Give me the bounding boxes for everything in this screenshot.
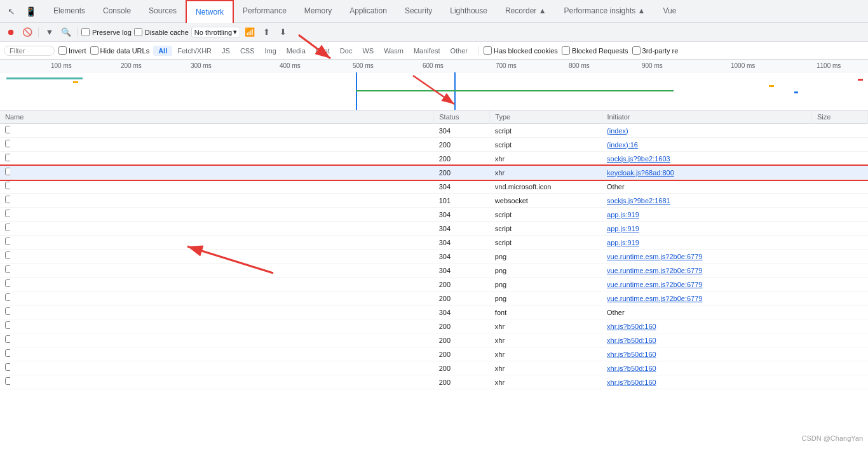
table-row[interactable]: XHRbatch_create_task_error200xhrxhr.js?b… [0, 347, 868, 361]
row-initiator[interactable]: sockjs.js?9be2:1681 [602, 194, 811, 208]
preserve-log-checkbox[interactable] [81, 28, 90, 36]
row-checkbox[interactable] [5, 349, 10, 357]
initiator-link[interactable]: vue.runtime.esm.js?2b0e:6779 [607, 281, 702, 288]
filter-type-css[interactable]: CSS [235, 46, 260, 56]
third-party-label[interactable]: 3rd-party re [632, 46, 679, 55]
table-row[interactable]: data:image/png;base...200pngvue.runtime.… [0, 278, 868, 292]
tab-lighthouse[interactable]: Lighthouse [441, 0, 496, 23]
initiator-link[interactable]: app.js:919 [607, 239, 639, 246]
stop-button[interactable]: 🚫 [20, 25, 34, 39]
row-checkbox[interactable] [5, 182, 10, 189]
row-initiator[interactable]: sockjs.js?9be2:1603 [602, 152, 811, 166]
cursor-icon[interactable]: ↖ [3, 3, 20, 20]
row-checkbox[interactable] [5, 126, 10, 133]
initiator-link[interactable]: xhr.js?b50d:160 [607, 323, 656, 330]
filter-type-font[interactable]: Font [311, 46, 335, 56]
row-initiator[interactable]: vue.runtime.esm.js?2b0e:6779 [602, 278, 811, 292]
tab-network[interactable]: Network [186, 0, 234, 23]
tab-security[interactable]: Security [396, 0, 441, 23]
invert-checkbox[interactable] [58, 46, 67, 55]
wifi-icon[interactable]: 📶 [243, 25, 257, 39]
has-blocked-cookies-checkbox[interactable] [484, 46, 492, 55]
row-initiator[interactable]: xhr.js?b50d:160 [602, 361, 811, 375]
tab-application[interactable]: Application [341, 0, 396, 23]
filter-type-fetch[interactable]: Fetch/XHR [172, 46, 217, 56]
table-row[interactable]: JSsetting.js?t=1680617059577200script(in… [0, 138, 868, 152]
table-row[interactable]: JS8.js304scriptapp.js:919 [0, 208, 868, 222]
header-status[interactable]: Status [434, 111, 490, 124]
initiator-link[interactable]: vue.runtime.esm.js?2b0e:6779 [607, 267, 702, 274]
table-row[interactable]: WSwebsocket101websocketsockjs.js?9be2:16… [0, 194, 868, 208]
disable-cache-label[interactable]: Disable cache [134, 28, 189, 36]
initiator-link[interactable]: app.js:919 [607, 225, 639, 232]
initiator-link[interactable]: sockjs.js?9be2:1603 [607, 155, 670, 163]
filter-input[interactable] [4, 46, 55, 56]
table-row[interactable]: JS1.js304scriptapp.js:919 [0, 222, 868, 236]
preserve-log-label[interactable]: Preserve log [81, 28, 132, 36]
filter-type-js[interactable]: JS [217, 46, 235, 56]
row-checkbox[interactable] [5, 377, 10, 385]
table-row[interactable]: Felement-icons.535877f5.woff304fontOther [0, 305, 868, 319]
row-checkbox[interactable] [5, 224, 10, 231]
header-initiator[interactable]: Initiator [602, 111, 811, 124]
initiator-link[interactable]: app.js:919 [607, 211, 639, 218]
row-initiator[interactable]: vue.runtime.esm.js?2b0e:6779 [602, 292, 811, 305]
tab-recorder[interactable]: Recorder ▲ [496, 0, 555, 23]
row-checkbox[interactable] [5, 363, 10, 371]
row-checkbox[interactable] [5, 210, 10, 217]
has-blocked-cookies-label[interactable]: Has blocked cookies [484, 46, 558, 55]
initiator-link[interactable]: keycloak.js?68ad:800 [607, 169, 674, 177]
invert-label[interactable]: Invert [58, 46, 86, 55]
header-name[interactable]: Name [0, 111, 434, 124]
disable-cache-checkbox[interactable] [134, 28, 142, 36]
row-initiator[interactable]: vue.runtime.esm.js?2b0e:6779 [602, 264, 811, 278]
third-party-checkbox[interactable] [632, 46, 641, 55]
table-row[interactable]: XHRall_tags200xhrxhr.js?b50d:160 [0, 361, 868, 375]
tab-sources[interactable]: Sources [140, 0, 186, 23]
row-checkbox[interactable] [5, 251, 10, 259]
row-initiator[interactable]: keycloak.js?68ad:800 [602, 166, 811, 180]
header-size[interactable]: Size [811, 111, 867, 124]
tab-perf-insights[interactable]: Performance insights ▲ [555, 0, 654, 23]
tab-elements[interactable]: Elements [44, 0, 94, 23]
row-checkbox[interactable] [5, 293, 10, 301]
filter-type-img[interactable]: Img [260, 46, 281, 56]
table-row[interactable]: JS5.js304scriptapp.js:919 [0, 236, 868, 250]
initiator-link[interactable]: sockjs.js?9be2:1681 [607, 197, 670, 205]
download-icon[interactable]: ⬇ [276, 25, 290, 39]
initiator-link[interactable]: (index) [607, 127, 628, 135]
table-scroll[interactable]: Name Status Type Initiator Size [0, 111, 868, 456]
tab-performance[interactable]: Performance [234, 0, 295, 23]
device-icon[interactable]: 📱 [22, 3, 39, 20]
row-checkbox[interactable] [5, 154, 10, 161]
row-checkbox[interactable] [5, 321, 10, 329]
row-checkbox[interactable] [5, 196, 10, 203]
filter-type-manifest[interactable]: Manifest [409, 46, 445, 56]
row-initiator[interactable]: (index) [602, 124, 811, 138]
initiator-link[interactable]: xhr.js?b50d:160 [607, 365, 656, 372]
record-button[interactable]: ⏺ [4, 25, 18, 39]
upload-icon[interactable]: ⬆ [259, 25, 273, 39]
row-checkbox[interactable] [5, 335, 10, 343]
table-row[interactable]: XHRtoken200xhrkeycloak.js?68ad:800 [0, 166, 868, 180]
initiator-link[interactable]: xhr.js?b50d:160 [607, 337, 656, 344]
initiator-link[interactable]: xhr.js?b50d:160 [607, 379, 656, 386]
row-checkbox[interactable] [5, 279, 10, 287]
hide-data-urls-checkbox[interactable] [90, 46, 98, 55]
table-row[interactable]: momenta-logo.7f328120.png304pngvue.runti… [0, 250, 868, 264]
blocked-requests-checkbox[interactable] [562, 46, 570, 55]
table-row[interactable]: Ifavicon.ico304vnd.microsoft.iconOther [0, 180, 868, 194]
table-row[interactable]: XHRinfo?t=1680617060060200xhrsockjs.js?9… [0, 152, 868, 166]
filter-type-all[interactable]: All [153, 46, 172, 56]
filter-type-other[interactable]: Other [445, 46, 473, 56]
timeline-chart[interactable] [0, 72, 868, 111]
throttle-dropdown[interactable]: No throttling ▾ [191, 27, 240, 37]
filter-type-wasm[interactable]: Wasm [379, 46, 409, 56]
row-initiator[interactable]: app.js:919 [602, 236, 811, 250]
table-row[interactable]: data:image/png;base...200pngvue.runtime.… [0, 292, 868, 305]
row-initiator[interactable]: xhr.js?b50d:160 [602, 333, 811, 347]
initiator-link[interactable]: (index):16 [607, 141, 638, 149]
blocked-requests-label[interactable]: Blocked Requests [562, 46, 628, 55]
row-checkbox[interactable] [5, 168, 10, 175]
table-row[interactable]: JSchunk-vendors.js304script(index) [0, 124, 868, 138]
